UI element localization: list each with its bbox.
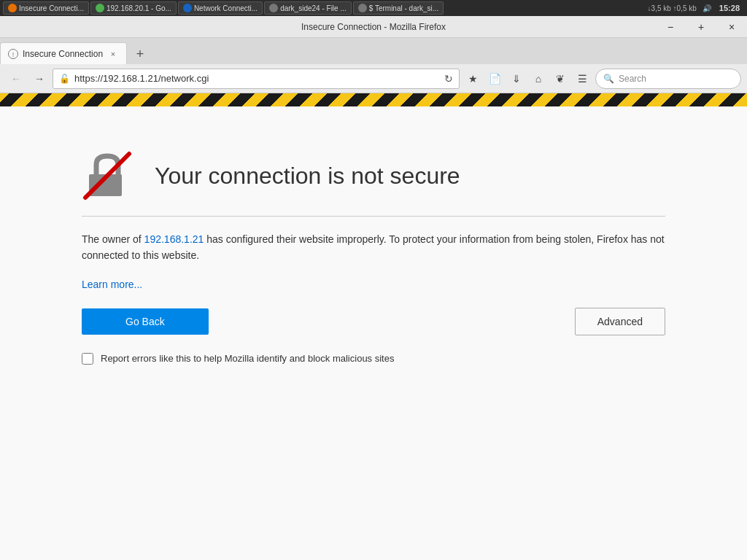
- error-title: Your connection is not secure: [155, 163, 460, 190]
- taskbar-item-3[interactable]: Network Connecti...: [178, 1, 263, 15]
- learn-more-link[interactable]: Learn more...: [82, 279, 665, 290]
- warning-stripe: [0, 93, 747, 106]
- taskbar-favicon-3: [183, 4, 192, 12]
- new-tab-button[interactable]: +: [130, 44, 150, 64]
- tab-close-button[interactable]: ×: [107, 48, 119, 60]
- page-content: Your connection is not secure The owner …: [0, 106, 747, 560]
- forward-button[interactable]: →: [29, 69, 50, 89]
- taskbar-item-2[interactable]: 192.168.20.1 - Go...: [90, 1, 177, 15]
- taskbar-label-4: dark_side24 - File ...: [280, 4, 347, 12]
- taskbar-item-1[interactable]: Insecure Connecti...: [3, 1, 89, 15]
- error-ip-link[interactable]: 192.168.1.21: [144, 233, 204, 245]
- browser-title: Insecure Connection - Mozilla Firefox: [301, 22, 446, 32]
- taskbar-label-1: Insecure Connecti...: [19, 4, 84, 12]
- page-info-button[interactable]: 📄: [484, 69, 505, 89]
- sys-info: ↓3,5 kb ↑0,5 kb: [646, 4, 699, 12]
- url-text: https://192.168.1.21/network.cgi: [74, 73, 440, 84]
- error-body-1: The owner of: [82, 233, 144, 245]
- report-checkbox[interactable]: [82, 353, 93, 365]
- window-controls: − + ×: [655, 16, 747, 37]
- search-icon: 🔍: [603, 74, 614, 84]
- title-bar: Insecure Connection - Mozilla Firefox − …: [0, 16, 747, 38]
- svg-text:!: !: [12, 51, 15, 58]
- pocket-button[interactable]: ❦: [550, 69, 570, 89]
- clock: 15:28: [715, 4, 744, 12]
- tab-favicon-icon: !: [8, 49, 18, 59]
- error-header: Your connection is not secure: [82, 150, 665, 217]
- error-actions: Go Back Advanced: [82, 308, 665, 335]
- insecure-lock-icon: 🔓: [59, 74, 70, 84]
- taskbar-favicon-1: [8, 4, 17, 12]
- browser-window: Insecure Connection - Mozilla Firefox − …: [0, 16, 747, 560]
- taskbar-item-5[interactable]: $ Terminal - dark_si...: [353, 1, 444, 15]
- close-button[interactable]: ×: [716, 16, 747, 37]
- error-container: Your connection is not secure The owner …: [82, 150, 665, 365]
- taskbar-label-3: Network Connecti...: [194, 4, 258, 12]
- tab-bar: ! Insecure Connection × +: [0, 38, 747, 64]
- nav-bar: ← → 🔓 https://192.168.1.21/network.cgi ↻…: [0, 64, 747, 93]
- broken-lock-icon: [82, 150, 133, 201]
- tab-label: Insecure Connection: [23, 49, 103, 59]
- error-description: The owner of 192.168.1.21 has configured…: [82, 231, 665, 264]
- download-button[interactable]: ⇓: [506, 69, 527, 89]
- speaker-icon: 🔊: [700, 4, 713, 12]
- go-back-button[interactable]: Go Back: [82, 308, 209, 335]
- menu-button[interactable]: ☰: [572, 69, 592, 89]
- report-label: Report errors like this to help Mozilla …: [101, 353, 394, 364]
- nav-actions: ★ 📄 ⇓ ⌂ ❦ ☰: [462, 69, 592, 89]
- taskbar-label-2: 192.168.20.1 - Go...: [107, 4, 171, 12]
- taskbar-favicon-4: [269, 4, 278, 12]
- reload-button[interactable]: ↻: [444, 73, 453, 85]
- taskbar-item-4[interactable]: dark_side24 - File ...: [264, 1, 352, 15]
- taskbar-label-5: $ Terminal - dark_si...: [369, 4, 438, 12]
- search-placeholder: Search: [619, 74, 646, 84]
- back-button[interactable]: ←: [6, 69, 26, 89]
- bookmark-star-button[interactable]: ★: [462, 69, 483, 89]
- address-bar[interactable]: 🔓 https://192.168.1.21/network.cgi ↻: [53, 69, 460, 89]
- minimize-button[interactable]: −: [655, 16, 686, 37]
- advanced-button[interactable]: Advanced: [575, 308, 665, 335]
- home-button[interactable]: ⌂: [528, 69, 549, 89]
- taskbar-favicon-5: [358, 4, 367, 12]
- maximize-button[interactable]: +: [686, 16, 716, 37]
- search-bar[interactable]: 🔍 Search: [595, 69, 741, 89]
- os-taskbar: Insecure Connecti... 192.168.20.1 - Go..…: [0, 0, 747, 16]
- active-tab[interactable]: ! Insecure Connection ×: [0, 42, 127, 64]
- report-row: Report errors like this to help Mozilla …: [82, 353, 665, 365]
- taskbar-favicon-2: [96, 4, 104, 12]
